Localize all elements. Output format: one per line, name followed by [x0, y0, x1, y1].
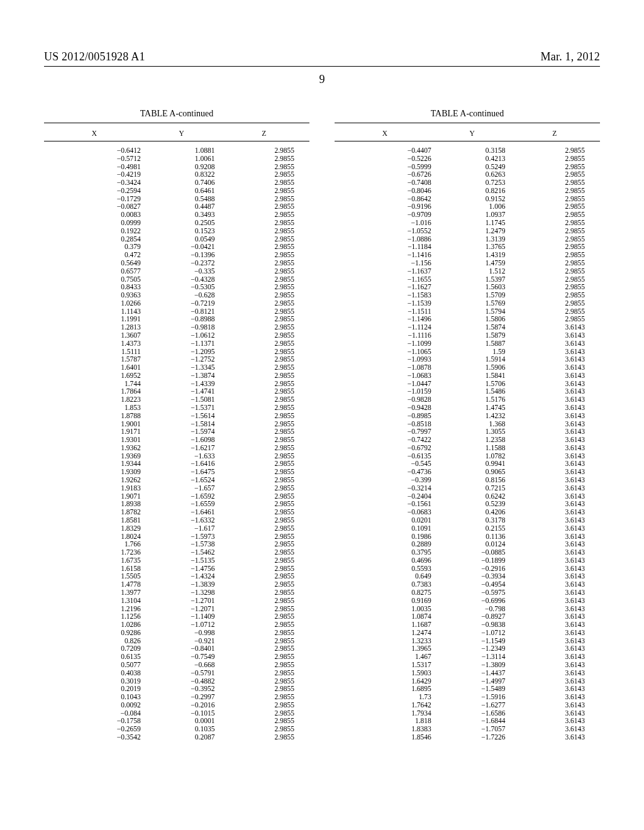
- table-cell: 3.6143: [509, 572, 600, 580]
- table-cell: 3.6143: [509, 580, 600, 589]
- table-cell: 1.5903: [335, 668, 435, 677]
- table-cell: −1.1627: [335, 283, 435, 291]
- col-header-x: X: [44, 128, 145, 141]
- table-row: −0.15610.52393.6143: [335, 500, 600, 508]
- table-cell: 3.6143: [509, 500, 600, 508]
- table-row: −0.74221.23583.6143: [335, 436, 600, 444]
- publication-date: Mar. 1, 2012: [541, 50, 600, 64]
- table-cell: 0.8156: [435, 476, 509, 484]
- content-columns: TABLE A-continued X Y Z −0.64121.08812.9…: [44, 109, 600, 741]
- table-cell: −1.4339: [145, 379, 219, 387]
- table-cell: 0.3158: [435, 141, 509, 155]
- table-cell: 2.9855: [218, 580, 309, 589]
- table-cell: −0.399: [335, 476, 435, 484]
- table-cell: −0.6412: [44, 141, 145, 155]
- table-cell: −0.1396: [145, 251, 219, 259]
- table-cell: 0.649: [335, 572, 435, 580]
- table-cell: 2.9855: [218, 428, 309, 436]
- table-cell: −0.5999: [335, 162, 435, 170]
- table-cell: 1.0266: [44, 299, 145, 307]
- table-cell: 3.6143: [509, 436, 600, 444]
- table-cell: 0.4038: [44, 668, 145, 677]
- table-cell: 1.5706: [435, 379, 509, 387]
- table-row: −1.08781.59063.6143: [335, 363, 600, 372]
- table-cell: 2.9855: [218, 379, 309, 387]
- table-cell: 1.6952: [44, 371, 145, 379]
- table-cell: −1.1409: [145, 612, 219, 621]
- table-row: 1.7864−1.47412.9855: [44, 387, 309, 396]
- table-cell: −0.5975: [435, 589, 509, 597]
- table-cell: −1.7057: [435, 725, 509, 733]
- table-row: 1.8788−1.56142.9855: [44, 411, 309, 419]
- table-cell: −0.668: [145, 661, 219, 669]
- table-row: 1.9001−1.58142.9855: [44, 419, 309, 428]
- table-cell: −1.2349: [435, 645, 509, 653]
- table-cell: 2.9855: [218, 484, 309, 492]
- table-cell: 0.4206: [435, 508, 509, 516]
- table-row: −1.05521.24792.9855: [335, 226, 600, 235]
- table-cell: −1.1583: [335, 291, 435, 299]
- table-cell: 1.5709: [435, 291, 509, 299]
- table-row: −0.74080.72532.9855: [335, 179, 600, 187]
- table-cell: 1.5397: [435, 275, 509, 283]
- table-cell: −1.1637: [335, 267, 435, 275]
- table-cell: 1.818: [335, 717, 435, 725]
- table-cell: 0.2155: [435, 524, 509, 532]
- table-cell: 2.9855: [509, 291, 600, 299]
- table-cell: −0.9709: [335, 211, 435, 219]
- table-cell: −0.8401: [145, 645, 219, 653]
- table-cell: 2.9855: [218, 621, 309, 629]
- table-cell: 2.9855: [218, 733, 309, 741]
- table-cell: 1.0782: [435, 451, 509, 460]
- table-cell: 1.9369: [44, 451, 145, 460]
- table-cell: 0.1091: [335, 524, 435, 532]
- table-cell: 1.5486: [435, 387, 509, 396]
- table-row: −0.85181.3683.6143: [335, 419, 600, 428]
- table-row: 1.4373−1.13712.9855: [44, 339, 309, 347]
- table-row: 1.1256−1.14092.9855: [44, 612, 309, 621]
- table-cell: 3.6143: [509, 628, 600, 636]
- data-table-right: X Y Z −0.44070.31582.9855−0.52260.42132.…: [335, 123, 600, 741]
- right-column: TABLE A-continued X Y Z −0.44070.31582.9…: [335, 109, 600, 741]
- table-row: 1.467−1.31143.6143: [335, 653, 600, 661]
- col-header-z: Z: [509, 128, 600, 141]
- table-cell: 1.5914: [435, 355, 509, 363]
- table-cell: 1.5806: [435, 315, 509, 323]
- page: US 2012/0051928 A1 Mar. 1, 2012 9 TABLE …: [0, 0, 644, 830]
- table-cell: 1.0881: [145, 141, 219, 155]
- table-row: 0.0092−0.20162.9855: [44, 701, 309, 709]
- table-cell: 3.6143: [509, 444, 600, 452]
- table-cell: −1.0993: [335, 355, 435, 363]
- table-row: −0.24040.62423.6143: [335, 492, 600, 500]
- table-cell: −0.6996: [435, 596, 509, 604]
- table-cell: −1.5371: [145, 404, 219, 412]
- table-row: 0.2019−0.39522.9855: [44, 685, 309, 693]
- table-cell: 2.9855: [218, 596, 309, 604]
- table-cell: 1.3139: [435, 235, 509, 243]
- table-cell: −0.8988: [145, 315, 219, 323]
- table-row: 1.9171−1.59742.9855: [44, 428, 309, 436]
- table-cell: −1.4437: [435, 668, 509, 677]
- table-cell: −1.3114: [435, 653, 509, 661]
- table-cell: 0.9065: [435, 468, 509, 476]
- table-cell: 1.9362: [44, 444, 145, 452]
- table-row: −0.35420.20872.9855: [44, 733, 309, 741]
- table-cell: 0.9208: [145, 162, 219, 170]
- table-cell: 2.9855: [218, 387, 309, 396]
- table-cell: 1.2479: [435, 226, 509, 235]
- table-cell: −1.4741: [145, 387, 219, 396]
- table-cell: 2.9855: [218, 451, 309, 460]
- table-cell: 1.3104: [44, 596, 145, 604]
- table-cell: 0.6135: [44, 653, 145, 661]
- table-row: −0.26590.10352.9855: [44, 725, 309, 733]
- table-cell: −0.9838: [435, 621, 509, 629]
- table-cell: 2.9855: [509, 275, 600, 283]
- table-row: 0.5649−0.23722.9855: [44, 259, 309, 267]
- table-cell: −1.1099: [335, 339, 435, 347]
- table-row: −0.49810.92082.9855: [44, 162, 309, 170]
- table-row: 0.7383−0.49543.6143: [335, 580, 600, 589]
- table-cell: 3.6143: [509, 677, 600, 685]
- table-row: 1.0035−0.7983.6143: [335, 604, 600, 612]
- table-cell: 2.9855: [218, 219, 309, 227]
- table-cell: −0.0885: [435, 548, 509, 556]
